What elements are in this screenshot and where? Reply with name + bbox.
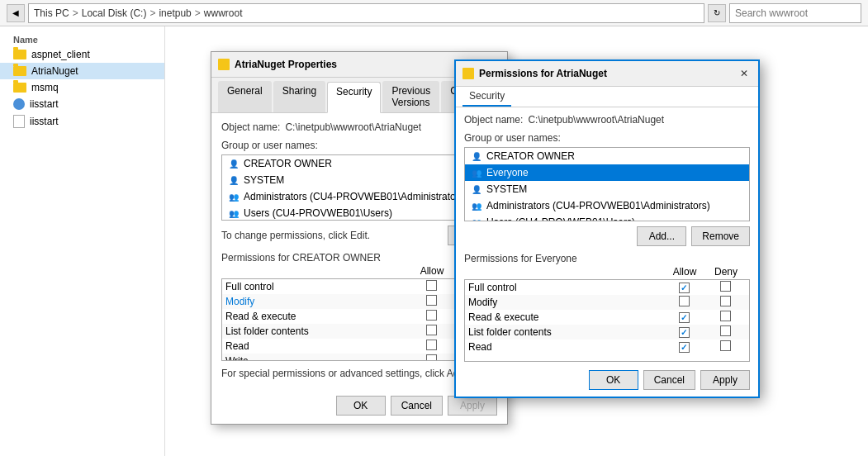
- perm-ok-button[interactable]: OK: [589, 370, 638, 390]
- sidebar-item-aspnet[interactable]: aspnet_client: [0, 46, 164, 63]
- deny-checkbox[interactable]: [720, 325, 731, 336]
- allow-checkbox[interactable]: [426, 354, 437, 361]
- perm-deny-header: Deny: [705, 266, 747, 278]
- deny-checkbox[interactable]: [720, 281, 731, 292]
- perm-users-listbox[interactable]: 👤 CREATOR OWNER 👥 Everyone 👤 SYSTEM: [464, 147, 750, 221]
- allow-checkbox[interactable]: [426, 325, 437, 335]
- user-icon: 👤: [470, 150, 483, 163]
- breadcrumb-part: inetpub: [159, 7, 191, 19]
- remove-button[interactable]: Remove: [691, 226, 750, 246]
- main-area: AtriaNuget Properties ✕ General Sharing …: [165, 26, 868, 456]
- allow-header: Allow: [411, 265, 453, 277]
- breadcrumb-part: This PC: [34, 7, 69, 19]
- sidebar-item-label: msmq: [31, 82, 59, 93]
- sidebar-item-label: iisstart: [30, 116, 59, 127]
- list-item[interactable]: 👤 SYSTEM: [465, 181, 749, 197]
- sidebar-item-iisstart-file[interactable]: iisstart: [0, 112, 164, 131]
- sidebar-item-label: iisstart: [30, 98, 59, 110]
- user-icon: 👥: [227, 207, 240, 220]
- perm-object-name-value: C:\inetpub\wwwroot\AtriaNuget: [528, 114, 664, 126]
- back-button[interactable]: ◀: [7, 4, 25, 22]
- sidebar-item-label: AtriaNuget: [31, 65, 78, 77]
- folder-icon: [13, 50, 26, 59]
- sidebar-item-atrianuget[interactable]: AtriaNuget: [0, 63, 164, 79]
- user-icon: 👥: [470, 216, 483, 221]
- user-icon: 👥: [227, 190, 240, 203]
- tab-security-perm[interactable]: Security: [462, 87, 511, 107]
- ok-button[interactable]: OK: [336, 396, 386, 416]
- allow-checkbox[interactable]: [426, 310, 437, 321]
- change-permissions-text: To change permissions, click Edit.: [221, 230, 370, 241]
- explorer-content: Name aspnet_client AtriaNuget msmq iisst…: [0, 26, 868, 456]
- perm-permissions-list[interactable]: Full control Modify Read & execute: [464, 279, 750, 362]
- properties-buttons: OK Cancel Apply: [221, 396, 497, 416]
- sidebar-header: Name: [0, 33, 164, 46]
- perm-row: Read: [465, 340, 749, 354]
- search-input[interactable]: [729, 3, 861, 23]
- sidebar: Name aspnet_client AtriaNuget msmq iisst…: [0, 26, 165, 456]
- allow-checkbox[interactable]: [679, 342, 690, 353]
- allow-checkbox[interactable]: [426, 340, 437, 350]
- perm-group-label: Group or user names:: [464, 132, 750, 144]
- permissions-body: Object name: C:\inetpub\wwwroot\AtriaNug…: [456, 107, 758, 397]
- allow-checkbox[interactable]: [426, 295, 437, 306]
- sidebar-item-iisstart-link[interactable]: iisstart: [0, 96, 164, 112]
- permissions-dialog: Permissions for AtriaNuget ✕ Security Ob…: [454, 59, 760, 398]
- apply-button[interactable]: Apply: [448, 396, 497, 416]
- list-item[interactable]: 👥 Users (CU4-PROVWEB01\Users): [465, 214, 749, 221]
- dialogs-overlay: AtriaNuget Properties ✕ General Sharing …: [165, 26, 868, 456]
- object-name-label: Object name:: [221, 121, 280, 133]
- permissions-titlebar: Permissions for AtriaNuget ✕: [456, 61, 758, 87]
- perm-header: Allow Deny: [464, 266, 750, 278]
- object-name-value: C:\inetpub\wwwroot\AtriaNuget: [285, 121, 421, 133]
- user-icon: 👥: [470, 199, 483, 212]
- permissions-title: Permissions for AtriaNuget: [479, 68, 607, 79]
- tab-previous-versions[interactable]: Previous Versions: [382, 81, 439, 112]
- allow-checkbox[interactable]: [679, 283, 690, 293]
- properties-title-icon: [218, 59, 230, 70]
- breadcrumb-part: wwwroot: [204, 7, 243, 19]
- allow-checkbox[interactable]: [679, 296, 690, 306]
- list-item[interactable]: 👤 CREATOR OWNER: [465, 148, 749, 164]
- breadcrumb[interactable]: This PC > Local Disk (C:) > inetpub > ww…: [28, 3, 704, 23]
- deny-checkbox[interactable]: [720, 296, 731, 306]
- perm-apply-button[interactable]: Apply: [700, 370, 750, 390]
- perm-dialog-buttons: OK Cancel Apply: [464, 370, 750, 390]
- breadcrumb-part: Local Disk (C:): [82, 7, 147, 19]
- tab-sharing[interactable]: Sharing: [273, 81, 325, 112]
- add-button[interactable]: Add...: [637, 226, 686, 246]
- permissions-close-button[interactable]: ✕: [737, 66, 752, 81]
- folder-icon: [13, 66, 26, 76]
- perm-object-name-row: Object name: C:\inetpub\wwwroot\AtriaNug…: [464, 114, 750, 126]
- user-icon: 👥: [470, 166, 483, 179]
- allow-checkbox[interactable]: [426, 280, 437, 291]
- tab-security[interactable]: Security: [327, 82, 381, 113]
- deny-checkbox[interactable]: [720, 340, 731, 351]
- list-item[interactable]: 👥 Administrators (CU4-PROVWEB01\Administ…: [465, 197, 749, 214]
- perm-cancel-button[interactable]: Cancel: [643, 370, 695, 390]
- refresh-button[interactable]: ↻: [708, 4, 726, 22]
- user-icon: 👤: [227, 157, 240, 170]
- user-icon: 👤: [227, 173, 240, 187]
- sidebar-item-msmq[interactable]: msmq: [0, 79, 164, 96]
- perm-row: Modify: [465, 295, 749, 310]
- perm-row: Read & execute: [465, 310, 749, 325]
- perm-allow-header: Allow: [664, 266, 705, 278]
- sidebar-item-label: aspnet_client: [31, 49, 90, 60]
- perm-title-icon: [462, 68, 474, 79]
- special-text: For special permissions or advanced sett…: [221, 368, 494, 379]
- permissions-tab-bar: Security: [456, 87, 758, 107]
- allow-checkbox[interactable]: [679, 312, 690, 323]
- tab-general[interactable]: General: [218, 81, 272, 112]
- list-item[interactable]: 👥 Everyone: [465, 164, 749, 181]
- file-icon: [13, 115, 25, 128]
- deny-checkbox[interactable]: [720, 311, 731, 321]
- perm-row: Full control: [465, 280, 749, 295]
- explorer-bar: ◀ This PC > Local Disk (C:) > inetpub > …: [0, 0, 868, 26]
- add-remove-buttons: Add... Remove: [464, 226, 750, 246]
- cancel-button[interactable]: Cancel: [391, 396, 443, 416]
- properties-title: AtriaNuget Properties: [235, 59, 337, 70]
- folder-icon: [13, 83, 26, 93]
- allow-checkbox[interactable]: [679, 327, 690, 338]
- link-icon: [13, 98, 25, 110]
